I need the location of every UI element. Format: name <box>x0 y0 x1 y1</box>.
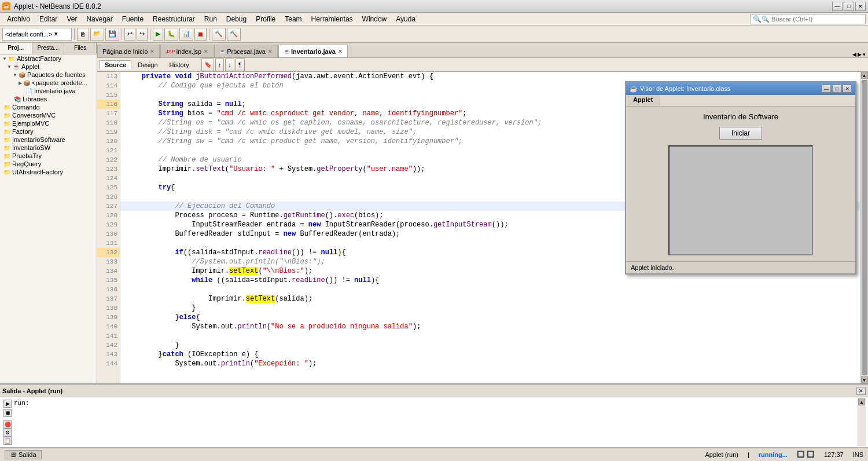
menu-navegar[interactable]: Navegar <box>82 14 117 24</box>
tab-history[interactable]: History <box>164 60 194 69</box>
tab-design[interactable]: Design <box>133 60 163 69</box>
tab-close-icon[interactable]: ✕ <box>338 49 343 54</box>
tree-item[interactable]: 📁 EjemploMVC <box>0 119 97 127</box>
vertical-scrollbar[interactable]: ▲ ▼ <box>860 72 868 383</box>
tab-close-icon[interactable]: ✕ <box>204 49 208 54</box>
tree-item[interactable]: 📚 Libraries <box>0 95 97 103</box>
tree-item[interactable]: 📁 ConversorMVC <box>0 111 97 119</box>
tab-close-icon[interactable]: ✕ <box>150 49 155 54</box>
tab-projects[interactable]: Proj... <box>0 43 32 54</box>
output-panel: Salida - Applet (run) ✕ ▶ ⏹ 🔴 ⚙ 📋 run: ▲ <box>0 383 868 447</box>
toggle-bookmark-button[interactable]: 🔖 <box>201 58 214 71</box>
build-button[interactable]: 🔨 <box>212 28 226 41</box>
tab-source[interactable]: Source <box>100 60 131 69</box>
search-box[interactable]: 🔍 <box>750 14 866 24</box>
tab-index-jsp[interactable]: JSP index.jsp ✕ <box>160 45 214 57</box>
code-line: System.out.println("Excepción: "); <box>120 359 860 368</box>
run-project-button[interactable]: ▶ <box>153 28 163 41</box>
scroll-up-icon[interactable]: ▲ <box>861 72 868 79</box>
applet-tab[interactable]: Applet <box>626 95 660 106</box>
tree-item[interactable]: ▶ 📦 <paquete predete... <box>0 79 97 87</box>
menu-reestructurar[interactable]: Reestructurar <box>148 14 200 24</box>
output-clear-button[interactable]: ✕ <box>856 387 866 395</box>
menu-ver[interactable]: Ver <box>62 14 82 24</box>
menu-profile[interactable]: Profile <box>251 14 280 24</box>
tab-procesar-java[interactable]: ☕ Procesar.java ✕ <box>214 45 278 57</box>
output-panel-content: ▶ ⏹ 🔴 ⚙ 📋 run: ▲ <box>0 397 868 447</box>
menu-editar[interactable]: Editar <box>35 14 62 24</box>
folder-icon: 📁 <box>3 104 10 111</box>
redo-button[interactable]: ↪ <box>137 28 148 41</box>
scroll-up-icon[interactable]: ▲ <box>858 398 865 405</box>
open-button[interactable]: 📂 <box>90 28 104 41</box>
output-icon-3[interactable]: 📋 <box>3 437 12 445</box>
tree-item[interactable]: 📁 UIAbstractFactory <box>0 168 97 176</box>
tab-presta[interactable]: Presta... <box>32 43 65 54</box>
tree-item[interactable]: 📁 InventarioSW <box>0 144 97 152</box>
prev-bookmark-button[interactable]: ↑ <box>215 58 225 71</box>
tree-item[interactable]: 📁 Factory <box>0 127 97 136</box>
tree-item[interactable]: 📁 InventarioSoftware <box>0 136 97 144</box>
save-button[interactable]: 💾 <box>105 28 119 41</box>
tree-item[interactable]: 📁 RegQuery <box>0 160 97 168</box>
line-num: 136 <box>97 285 120 294</box>
salida-badge[interactable]: 🖥 Salida <box>5 450 42 459</box>
tab-nav-right-icon[interactable]: ▶ <box>858 52 862 57</box>
stop-run-button[interactable]: ⏹ <box>3 409 12 417</box>
code-line: private void jButton1ActionPerformed(jav… <box>120 72 860 81</box>
undo-button[interactable]: ↩ <box>124 28 135 41</box>
tab-files[interactable]: Files <box>64 43 97 54</box>
menu-window[interactable]: Window <box>358 14 392 24</box>
tree-item[interactable]: 📁 PruebaTry <box>0 152 97 160</box>
profile-project-button[interactable]: 📊 <box>179 28 193 41</box>
output-scrollbar[interactable]: ▲ <box>858 398 866 446</box>
tree-item[interactable]: ▼ 📦 Paquetes de fuentes <box>0 71 97 79</box>
applet-start-button[interactable]: Iniciar <box>719 127 762 140</box>
arrow-icon: ▼ <box>2 56 7 61</box>
run-again-button[interactable]: ▶ <box>3 400 12 408</box>
close-button[interactable]: ✕ <box>855 2 866 11</box>
menu-run[interactable]: Run <box>200 14 222 24</box>
debug-project-button[interactable]: 🐛 <box>164 28 178 41</box>
output-icons: 🔴 ⚙ 📋 <box>3 420 12 445</box>
minimize-button[interactable]: — <box>832 2 843 11</box>
search-input[interactable] <box>762 16 854 23</box>
applet-close-button[interactable]: ✕ <box>843 85 852 93</box>
folder-icon: 📁 <box>3 153 10 159</box>
clean-build-button[interactable]: 🔨 <box>227 28 241 41</box>
scroll-thumb[interactable] <box>862 80 867 375</box>
menu-herramientas[interactable]: Herramientas <box>307 14 358 24</box>
menu-fuente[interactable]: Fuente <box>117 14 148 24</box>
new-project-button[interactable]: 🗎 <box>77 28 89 41</box>
line-num: 129 <box>97 220 120 229</box>
menu-ayuda[interactable]: Ayuda <box>391 14 420 24</box>
folder-icon: 📁 <box>3 161 10 167</box>
title-bar: ☕ Applet - NetBeans IDE 8.0.2 — □ ✕ <box>0 0 868 13</box>
tab-pagina-inicio[interactable]: Página de Inicio ✕ <box>97 45 160 57</box>
tab-close-icon[interactable]: ✕ <box>268 49 273 54</box>
menu-archivo[interactable]: Archivo <box>2 14 35 24</box>
output-icon-2[interactable]: ⚙ <box>3 429 12 437</box>
tree-item[interactable]: ▼ ☕ Applet <box>0 63 97 71</box>
tree-item[interactable]: 📁 Comando <box>0 103 97 111</box>
tab-inventario-java[interactable]: ☕ Inventario.java ✕ <box>278 45 348 57</box>
applet-minimize-button[interactable]: — <box>822 85 831 93</box>
maximize-button[interactable]: □ <box>844 2 854 11</box>
next-bookmark-button[interactable]: ↓ <box>225 58 234 71</box>
line-num: 133 <box>97 257 120 266</box>
task-label: Applet (run) <box>705 451 738 458</box>
tab-nav-left-icon[interactable]: ◀ <box>852 52 856 57</box>
output-line: run: <box>14 400 856 407</box>
toggle-linebreak-button[interactable]: ¶ <box>236 58 245 71</box>
tab-nav-menu-icon[interactable]: ▾ <box>863 52 866 57</box>
project-dropdown[interactable]: <default confi...> ▾ <box>2 28 72 41</box>
menu-team[interactable]: Team <box>280 14 306 24</box>
line-num: 144 <box>97 359 120 368</box>
scroll-down-icon[interactable]: ▼ <box>861 376 868 383</box>
applet-maximize-button[interactable]: □ <box>832 85 841 93</box>
tree-item[interactable]: 📄 Inventario.java <box>0 87 97 95</box>
output-icon-1[interactable]: 🔴 <box>3 420 12 429</box>
tree-item[interactable]: ▼ 📁 AbstractFactory <box>0 54 97 63</box>
menu-debug[interactable]: Debug <box>222 14 251 24</box>
stop-button[interactable]: ⏹ <box>194 28 207 41</box>
